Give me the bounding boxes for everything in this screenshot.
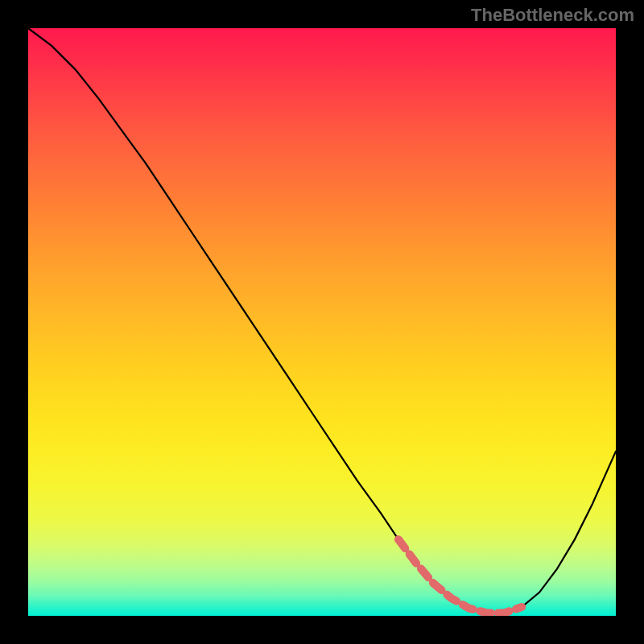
watermark-text: TheBottleneck.com — [471, 5, 634, 26]
main-curve — [28, 28, 616, 613]
chart-plot-area — [28, 28, 616, 616]
chart-svg — [28, 28, 616, 616]
highlight-curve — [398, 539, 522, 613]
